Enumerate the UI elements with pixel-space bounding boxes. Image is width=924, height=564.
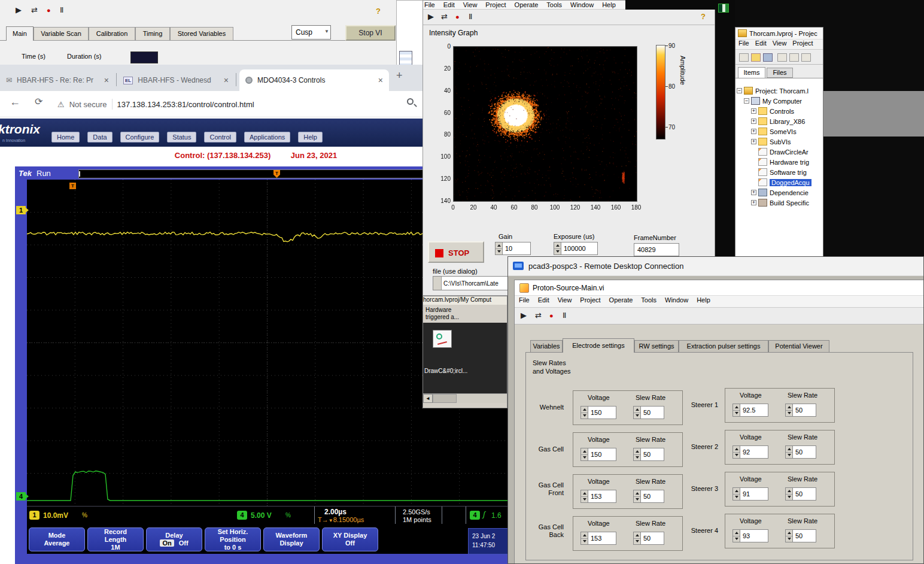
gas-cell-slew-spinner[interactable]: 50 [633, 448, 664, 461]
tab-variable-scan[interactable]: Variable Scan [34, 27, 89, 41]
slew-value[interactable]: 50 [643, 493, 651, 500]
nav-status[interactable]: Status [167, 132, 196, 142]
menu-file[interactable]: File [735, 40, 752, 47]
tab-files[interactable]: Files [767, 68, 793, 78]
increment-icon[interactable] [634, 532, 640, 538]
gas-cell-front-slew-spinner[interactable]: 50 [633, 490, 664, 503]
slew-value[interactable]: 50 [795, 532, 803, 539]
tree-item-build-specifications[interactable]: +Build Specific [751, 198, 809, 208]
abort-icon[interactable]: ● [455, 12, 460, 22]
menu-tools[interactable]: Tools [542, 1, 566, 9]
steerer-2-slew-spinner[interactable]: 50 [785, 445, 816, 459]
menu-view[interactable]: View [770, 40, 790, 47]
tree-item-subvis[interactable]: +SubVIs [751, 137, 791, 147]
drawcircle-file-icon[interactable] [433, 330, 452, 348]
fragment-titlebar[interactable]: horcam.lvproj/My Comput [423, 296, 507, 305]
url-text[interactable]: 137.138.134.253:81/control/control.html [117, 100, 254, 109]
copy-icon[interactable] [789, 53, 799, 62]
new-file-icon[interactable] [739, 53, 749, 62]
voltage-value[interactable]: 92 [743, 448, 750, 456]
decrement-icon[interactable] [786, 536, 792, 542]
menu-project[interactable]: Project [789, 40, 816, 47]
tab-timing[interactable]: Timing [135, 27, 170, 41]
decrement-icon[interactable] [786, 452, 792, 459]
address-bar[interactable]: ⚠ Not secure 137.138.134.253:81/control/… [57, 95, 417, 114]
file-path-value[interactable]: C:\VIs\Thorcam\Late [442, 280, 499, 287]
file-path-control[interactable]: C:\VIs\Thorcam\Late [433, 276, 513, 290]
tree-item-my-computer[interactable]: −My Computer [744, 96, 802, 106]
tab-calibration[interactable]: Calibration [89, 27, 135, 41]
decrement-icon[interactable] [733, 494, 740, 501]
channel4-marker[interactable]: 4 [16, 492, 26, 501]
steerer-4-slew-spinner[interactable]: 50 [785, 529, 816, 542]
continuous-run-icon[interactable]: ⇄ [441, 12, 448, 22]
increment-icon[interactable] [733, 404, 740, 410]
delay-off[interactable]: Off [179, 539, 189, 547]
increment-icon[interactable] [634, 407, 640, 413]
menu-button-delay[interactable]: Delay OnOff [146, 527, 202, 551]
menu-button-mode[interactable]: ModeAverage [29, 527, 85, 551]
collapse-icon[interactable]: − [744, 98, 749, 104]
increment-icon[interactable] [786, 530, 792, 536]
not-secure-label[interactable]: Not secure [69, 100, 107, 109]
menu-project[interactable]: Project [576, 296, 604, 304]
tree-item-dependencies[interactable]: +Dependencie [751, 187, 808, 198]
menu-button-record-length[interactable]: RecordLength1M [87, 527, 144, 551]
decrement-icon[interactable] [733, 452, 740, 459]
tree-item-library-x86[interactable]: +Library_X86 [751, 116, 805, 126]
voltage-value[interactable]: 150 [591, 451, 601, 458]
save-icon[interactable] [763, 53, 773, 62]
pause-icon[interactable]: Ⅱ [60, 5, 63, 15]
decrement-icon[interactable] [786, 410, 792, 417]
decrement-icon[interactable] [733, 410, 740, 417]
tree-item-drawcirclear[interactable]: DrawCircleAr [751, 147, 808, 157]
gas-cell-back-slew-spinner[interactable]: 50 [633, 532, 664, 545]
tab-items[interactable]: Items [738, 67, 765, 78]
increment-icon[interactable] [786, 404, 792, 410]
menu-button-waveform-display[interactable]: WaveformDisplay [263, 527, 320, 551]
tab-stored-variables[interactable]: Stored Variables [170, 27, 233, 41]
menu-help[interactable]: Help [692, 296, 715, 304]
rdp-titlebar[interactable]: pcad3-pospc3 - Remote Desktop Connection [508, 257, 924, 276]
continuous-run-icon[interactable]: ⇄ [31, 5, 38, 15]
menu-tools[interactable]: Tools [637, 296, 661, 304]
slew-value[interactable]: 50 [643, 409, 651, 416]
increment-icon[interactable] [733, 488, 740, 494]
tab-rw-settings[interactable]: RW settings [634, 340, 679, 353]
menu-edit[interactable]: Edit [752, 40, 770, 47]
collapse-icon[interactable]: − [737, 88, 742, 93]
menu-file[interactable]: File [423, 1, 439, 9]
colorbar[interactable] [656, 45, 665, 140]
decrement-icon[interactable] [496, 248, 502, 255]
decrement-icon[interactable] [581, 538, 588, 545]
delay-on[interactable]: On [160, 539, 174, 547]
project-titlebar[interactable]: Thorcam.lvproj - Projec [735, 28, 823, 40]
menu-file[interactable]: File [515, 296, 534, 304]
stop-button[interactable]: STOP [428, 241, 484, 263]
browser-tab-1[interactable]: ✉ HBAR-HFS - Re: Re: Pr × [0, 69, 115, 91]
steerer-3-slew-spinner[interactable]: 50 [785, 487, 816, 501]
continuous-run-icon[interactable]: ⇄ [535, 311, 542, 320]
front-panel-icon[interactable] [718, 4, 729, 13]
increment-icon[interactable] [496, 242, 502, 248]
exposure-value[interactable]: 100000 [564, 245, 586, 252]
new-tab-icon[interactable]: + [396, 69, 403, 82]
slew-value[interactable]: 50 [795, 407, 803, 414]
decrement-icon[interactable] [581, 496, 588, 503]
voltage-value[interactable]: 93 [743, 532, 750, 539]
close-icon[interactable]: × [224, 75, 229, 85]
wehnelt-voltage-spinner[interactable]: 150 [580, 406, 616, 419]
steerer-2-voltage-spinner[interactable]: 92 [732, 445, 768, 459]
back-icon[interactable]: ← [10, 96, 20, 108]
menu-button-set-horiz[interactable]: Set Horiz.Positionto 0 s [205, 527, 261, 551]
abort-icon[interactable]: ● [47, 5, 51, 15]
voltage-value[interactable]: 92.5 [743, 407, 755, 414]
decrement-icon[interactable] [634, 538, 640, 545]
tab-variables[interactable]: Variables [530, 340, 563, 353]
decrement-icon[interactable] [786, 494, 792, 501]
increment-icon[interactable] [581, 407, 588, 413]
path-browse-icon[interactable] [433, 277, 442, 290]
scrollbar-thumb[interactable] [433, 394, 457, 403]
help-icon[interactable]: ? [376, 7, 381, 16]
tab-potential-viewer[interactable]: Potential Viewer [768, 340, 829, 353]
